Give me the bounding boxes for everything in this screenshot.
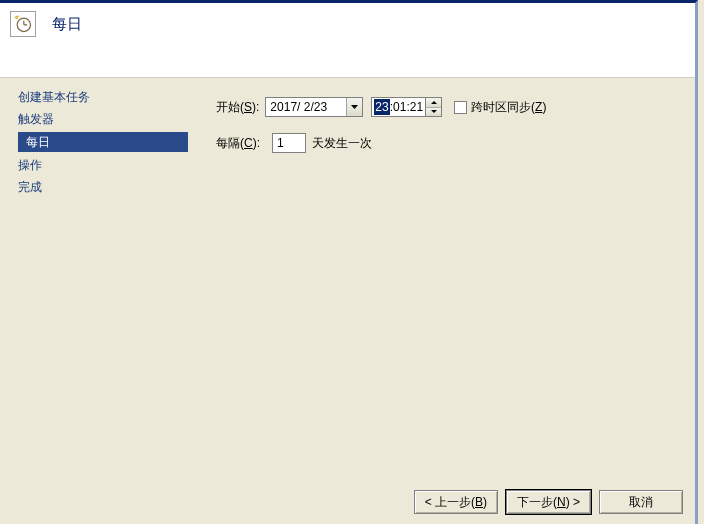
time-rest[interactable]: :01:21 — [390, 99, 423, 115]
content-pane: 开始(S): 2017/ 2/23 23:01:21 — [196, 78, 695, 468]
next-button[interactable]: 下一步(N) > — [506, 490, 591, 514]
sidebar-item-finish[interactable]: 完成 — [0, 176, 196, 198]
svg-marker-4 — [431, 101, 437, 104]
time-hours-selected[interactable]: 23 — [374, 99, 389, 115]
clock-icon — [10, 11, 36, 37]
start-row: 开始(S): 2017/ 2/23 23:01:21 — [216, 96, 685, 118]
time-spin-up[interactable] — [426, 98, 441, 108]
recur-row: 每隔(C): 1 天发生一次 — [216, 132, 685, 154]
recur-days-input[interactable]: 1 — [272, 133, 306, 153]
svg-marker-5 — [431, 110, 437, 113]
sidebar-item-create-task[interactable]: 创建基本任务 — [0, 86, 196, 108]
recur-label: 每隔(C): — [216, 135, 260, 152]
sidebar-item-trigger[interactable]: 触发器 — [0, 108, 196, 130]
recur-suffix: 天发生一次 — [312, 135, 372, 152]
sidebar-item-action[interactable]: 操作 — [0, 154, 196, 176]
start-time-field[interactable]: 23:01:21 — [371, 97, 426, 117]
page-title: 每日 — [52, 15, 82, 34]
start-label: 开始(S): — [216, 99, 259, 116]
start-time-spinner[interactable]: 23:01:21 — [371, 97, 442, 117]
start-date-value[interactable]: 2017/ 2/23 — [266, 98, 346, 116]
sidebar-item-daily[interactable]: 每日 — [18, 132, 188, 152]
wizard-body: 创建基本任务 触发器 每日 操作 完成 开始(S): 2017/ 2/23 — [0, 78, 695, 468]
svg-marker-3 — [351, 105, 358, 109]
wizard-window: 每日 创建基本任务 触发器 每日 操作 完成 开始(S): 2017/ 2/23 — [0, 0, 698, 524]
date-dropdown-button[interactable] — [346, 98, 362, 116]
start-date-picker[interactable]: 2017/ 2/23 — [265, 97, 363, 117]
wizard-header: 每日 — [0, 3, 695, 78]
sidebar: 创建基本任务 触发器 每日 操作 完成 — [0, 78, 196, 468]
cancel-button[interactable]: 取消 — [599, 490, 683, 514]
timezone-sync-checkbox[interactable] — [454, 101, 467, 114]
time-spin-down[interactable] — [426, 108, 441, 117]
back-button[interactable]: < 上一步(B) — [414, 490, 498, 514]
time-spin-buttons — [426, 97, 442, 117]
timezone-sync-label: 跨时区同步(Z) — [471, 99, 546, 116]
footer-buttons: < 上一步(B) 下一步(N) > 取消 — [414, 490, 683, 514]
